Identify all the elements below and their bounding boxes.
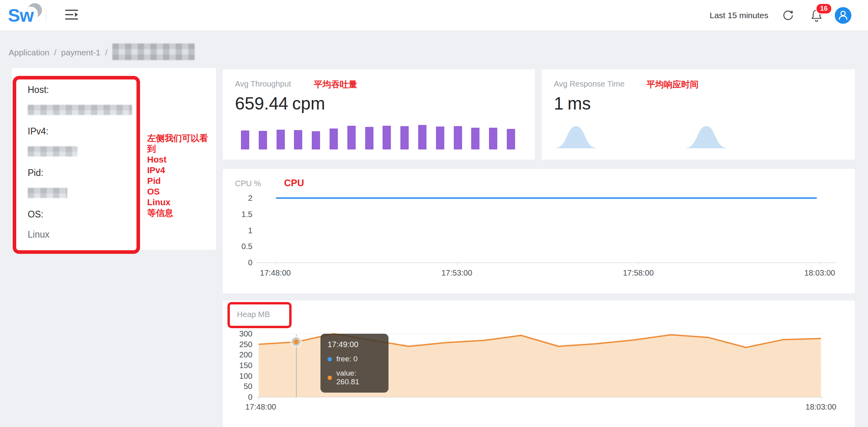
avg-throughput-card: Avg Throughput 平均吞吐量 659.44cpm bbox=[223, 69, 535, 160]
annotation-response-note: 平均响应时间 bbox=[646, 79, 699, 91]
avg-throughput-value: 659.44cpm bbox=[235, 94, 325, 113]
instance-info-card: Host:IPv4:Pid:OS:Linux 左侧我们可以看到HostIPv4P… bbox=[12, 68, 216, 250]
menu-unfold-icon[interactable] bbox=[64, 8, 79, 23]
topbar: Sw Last 15 minutes bbox=[0, 0, 868, 31]
instance-fields: Host:IPv4:Pid:OS:Linux bbox=[28, 85, 132, 240]
breadcrumb-separator: / bbox=[54, 48, 57, 57]
throughput-bar[interactable] bbox=[259, 131, 267, 149]
left-note-line: Linux bbox=[147, 197, 216, 208]
throughput-number: 659.44 bbox=[235, 94, 288, 113]
throughput-bar[interactable] bbox=[418, 125, 426, 149]
heap-chart-card: Heap MB 300250200150100500 17:49:00 free… bbox=[223, 300, 855, 427]
cpu-x-tick bbox=[275, 263, 276, 265]
host-field-redacted-value bbox=[28, 188, 67, 198]
avatar[interactable] bbox=[835, 7, 851, 24]
annotation-cpu-note: CPU bbox=[284, 178, 304, 189]
breadcrumb: Application / payment-1 / bbox=[9, 45, 195, 60]
heap-y-tick-label: 0 bbox=[248, 393, 252, 402]
topbar-divider bbox=[46, 9, 46, 22]
throughput-bar[interactable] bbox=[471, 128, 479, 149]
throughput-bar[interactable] bbox=[277, 130, 285, 149]
cpu-x-tick bbox=[638, 263, 639, 265]
left-note-line: 等信息 bbox=[147, 208, 216, 218]
avg-response-time-card: Avg Response Time 平均响应时间 1ms bbox=[542, 69, 855, 160]
notification-badge: 16 bbox=[816, 3, 832, 14]
topbar-right: Last 15 minutes 16 bbox=[710, 7, 868, 24]
annotation-left-note: 左侧我们可以看到HostIPv4PidOSLinux等信息 bbox=[147, 133, 216, 218]
tooltip-series-dot bbox=[328, 357, 332, 361]
cpu-y-tick-label: 1.5 bbox=[241, 210, 252, 219]
throughput-bar[interactable] bbox=[347, 126, 356, 149]
host-field-label: Pid: bbox=[28, 168, 132, 178]
throughput-bar[interactable] bbox=[436, 127, 444, 149]
heap-y-tick-label: 300 bbox=[239, 329, 252, 338]
time-range-selector[interactable]: Last 15 minutes bbox=[710, 11, 768, 20]
left-note-line: IPv4 bbox=[147, 165, 216, 176]
throughput-bar[interactable] bbox=[400, 126, 409, 149]
tooltip-series-text: free: 0 bbox=[336, 355, 358, 363]
skywalking-logo[interactable]: Sw bbox=[8, 6, 39, 25]
tooltip-row: value: 260.81 bbox=[328, 369, 381, 386]
notification-bell[interactable]: 16 bbox=[810, 9, 823, 22]
left-note-line: Host bbox=[147, 154, 216, 165]
cpu-x-tick-label: 18:03:00 bbox=[804, 268, 835, 278]
user-icon bbox=[835, 8, 851, 23]
cpu-y-tick-label: 0 bbox=[248, 258, 252, 267]
avg-response-time-value: 1ms bbox=[554, 94, 591, 113]
throughput-bar[interactable] bbox=[312, 131, 320, 149]
throughput-bar[interactable] bbox=[507, 129, 515, 149]
cpu-x-tick bbox=[820, 263, 820, 265]
throughput-bar[interactable] bbox=[365, 127, 373, 149]
cpu-usage-line[interactable] bbox=[276, 197, 817, 199]
host-field-label: OS: bbox=[28, 209, 132, 220]
host-field-redacted-value bbox=[28, 105, 132, 115]
breadcrumb-application[interactable]: Application bbox=[9, 48, 49, 57]
tooltip-time: 17:49:00 bbox=[328, 340, 381, 349]
heap-x-axis-line bbox=[256, 397, 823, 397]
throughput-bar[interactable] bbox=[454, 126, 462, 149]
annotation-throughput-note: 平均吞吐量 bbox=[314, 79, 357, 91]
heap-tooltip: 17:49:00 free: 0value: 260.81 bbox=[320, 334, 389, 393]
heap-x-tick-label: 18:03:00 bbox=[805, 402, 836, 412]
throughput-unit: cpm bbox=[292, 94, 325, 113]
throughput-bar[interactable] bbox=[489, 128, 497, 149]
throughput-bar-chart[interactable] bbox=[241, 125, 515, 149]
throughput-bar[interactable] bbox=[330, 128, 338, 150]
cpu-x-axis-line bbox=[256, 263, 836, 263]
avg-response-time-label: Avg Response Time bbox=[554, 79, 625, 89]
throughput-bar[interactable] bbox=[241, 130, 249, 149]
breadcrumb-instance-redacted bbox=[112, 43, 195, 60]
heap-y-tick-label: 150 bbox=[239, 361, 252, 370]
cpu-x-tick-label: 17:48:00 bbox=[260, 268, 291, 278]
cpu-x-tick-label: 17:53:00 bbox=[442, 268, 472, 278]
cpu-y-tick-label: 0.5 bbox=[241, 242, 252, 251]
avg-throughput-label: Avg Throughput bbox=[235, 79, 291, 89]
cpu-y-tick-label: 1 bbox=[248, 226, 252, 235]
logo-text: Sw bbox=[8, 5, 33, 26]
tooltip-rows: free: 0value: 260.81 bbox=[328, 355, 381, 386]
host-field-label: IPv4: bbox=[28, 126, 132, 137]
heap-x-tick bbox=[259, 397, 259, 399]
cpu-y-axis: 21.510.50 bbox=[223, 169, 252, 293]
cpu-x-tick bbox=[457, 263, 457, 265]
response-unit: ms bbox=[567, 94, 591, 113]
breadcrumb-separator: / bbox=[105, 48, 108, 57]
refresh-icon[interactable] bbox=[782, 9, 794, 22]
response-spike bbox=[684, 126, 728, 148]
host-field-label: Host: bbox=[28, 85, 132, 95]
cpu-x-tick-label: 17:58:00 bbox=[623, 268, 654, 278]
tooltip-row: free: 0 bbox=[328, 355, 381, 363]
throughput-bar[interactable] bbox=[294, 130, 302, 149]
left-note-line: Pid bbox=[147, 176, 216, 186]
cpu-chart-card: CPU % CPU 21.510.50 17:48:0017:53:0017:5… bbox=[223, 169, 855, 293]
skywalking-dashboard: Sw Last 15 minutes bbox=[0, 0, 868, 427]
throughput-bar[interactable] bbox=[383, 126, 391, 149]
left-note-line: OS bbox=[147, 186, 216, 197]
heap-y-tick-label: 100 bbox=[239, 371, 252, 380]
response-spike bbox=[554, 126, 598, 148]
heap-x-tick-label: 17:48:00 bbox=[245, 402, 276, 412]
heap-y-tick-label: 250 bbox=[239, 340, 252, 349]
host-field-value: Linux bbox=[28, 229, 132, 240]
response-time-sparkline[interactable] bbox=[550, 125, 847, 148]
breadcrumb-service[interactable]: payment-1 bbox=[61, 48, 100, 57]
